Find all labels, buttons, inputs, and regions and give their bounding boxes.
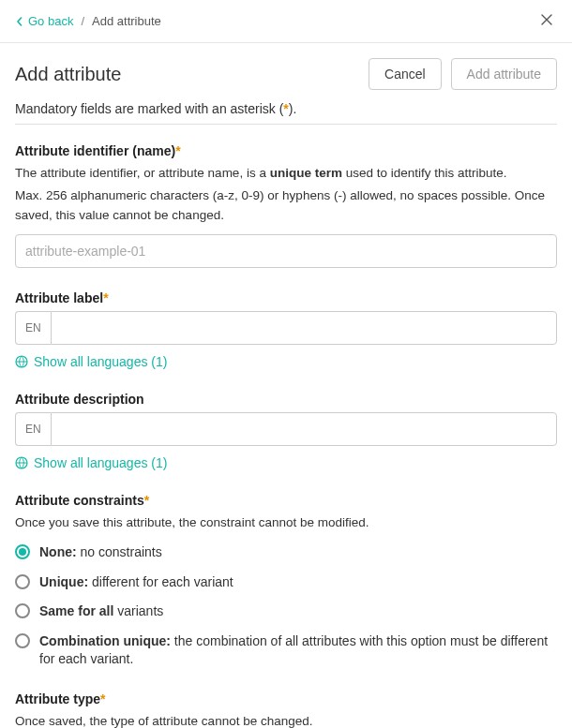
description-section: Attribute description EN Show all langua… xyxy=(15,392,557,470)
asterisk-icon: * xyxy=(175,143,180,158)
description-label: Attribute description xyxy=(15,392,557,407)
constraints-label-text: Attribute constraints xyxy=(15,493,144,508)
constraints-radio-group: None: no constraintsUnique: different fo… xyxy=(15,543,557,669)
globe-icon xyxy=(15,456,28,469)
identifier-label-text: Attribute identifier (name) xyxy=(15,143,175,158)
identifier-label: Attribute identifier (name)* xyxy=(15,143,557,158)
constraint-option-3[interactable]: Combination unique: the combination of a… xyxy=(15,632,557,669)
constraints-section: Attribute constraints* Once you save thi… xyxy=(15,493,557,669)
label-input-row: EN xyxy=(15,311,557,345)
description-input-row: EN xyxy=(15,412,557,446)
mandatory-suffix: ). xyxy=(289,101,297,116)
label-section: Attribute label* EN Show all languages (… xyxy=(15,290,557,369)
label-show-all-languages[interactable]: Show all languages (1) xyxy=(15,354,557,369)
identifier-section: Attribute identifier (name)* The attribu… xyxy=(15,143,557,268)
constraints-desc: Once you save this attribute, the constr… xyxy=(15,513,557,532)
chevron-left-icon xyxy=(15,17,24,26)
breadcrumb-current: Add attribute xyxy=(92,14,161,28)
type-label: Attribute type* xyxy=(15,691,557,706)
description-lang-badge: EN xyxy=(15,412,51,446)
radio-label: Same for all variants xyxy=(39,602,163,621)
radio-button[interactable] xyxy=(15,544,30,559)
breadcrumb-separator: / xyxy=(81,14,84,28)
label-show-all-text: Show all languages (1) xyxy=(34,354,167,369)
label-label: Attribute label* xyxy=(15,290,557,305)
label-label-text: Attribute label xyxy=(15,290,103,305)
radio-button[interactable] xyxy=(15,603,30,618)
add-attribute-button[interactable]: Add attribute xyxy=(451,58,557,90)
globe-icon xyxy=(15,355,28,368)
label-input[interactable] xyxy=(51,311,557,345)
identifier-input[interactable] xyxy=(15,234,557,268)
divider xyxy=(15,124,557,125)
radio-button[interactable] xyxy=(15,633,30,648)
type-label-text: Attribute type xyxy=(15,691,100,706)
asterisk-icon: * xyxy=(103,290,108,305)
radio-label: Unique: different for each variant xyxy=(39,573,233,592)
close-button[interactable] xyxy=(536,9,557,33)
radio-label: Combination unique: the combination of a… xyxy=(39,632,557,669)
radio-label: None: no constraints xyxy=(39,543,162,562)
description-show-all-text: Show all languages (1) xyxy=(34,455,167,470)
type-section: Attribute type* Once saved, the type of … xyxy=(15,691,557,728)
title-row: Add attribute Cancel Add attribute xyxy=(15,58,557,90)
description-input[interactable] xyxy=(51,412,557,446)
asterisk-icon: * xyxy=(100,691,105,706)
mandatory-note: Mandatory fields are marked with an aste… xyxy=(15,101,557,116)
content: Add attribute Cancel Add attribute Manda… xyxy=(0,43,572,728)
close-icon xyxy=(540,13,553,26)
constraint-option-1[interactable]: Unique: different for each variant xyxy=(15,573,557,592)
go-back-label: Go back xyxy=(28,14,73,28)
header-bar: Go back / Add attribute xyxy=(0,0,572,43)
radio-button[interactable] xyxy=(15,574,30,589)
constraints-label: Attribute constraints* xyxy=(15,493,557,508)
asterisk-icon: * xyxy=(144,493,149,508)
constraint-option-2[interactable]: Same for all variants xyxy=(15,602,557,621)
identifier-desc2: Max. 256 alphanumeric characters (a-z, 0… xyxy=(15,186,557,225)
identifier-desc-prefix: The attribute identifier, or attribute n… xyxy=(15,166,270,180)
constraint-option-0[interactable]: None: no constraints xyxy=(15,543,557,562)
identifier-desc-bold: unique term xyxy=(270,166,342,180)
button-row: Cancel Add attribute xyxy=(369,58,557,90)
type-desc: Once saved, the type of attribute cannot… xyxy=(15,712,557,728)
label-lang-badge: EN xyxy=(15,311,51,345)
description-show-all-languages[interactable]: Show all languages (1) xyxy=(15,455,557,470)
mandatory-prefix: Mandatory fields are marked with an aste… xyxy=(15,101,283,116)
page-title: Add attribute xyxy=(15,64,121,85)
identifier-desc-suffix: used to identify this attribute. xyxy=(342,166,507,180)
go-back-link[interactable]: Go back xyxy=(15,14,73,28)
identifier-desc: The attribute identifier, or attribute n… xyxy=(15,164,557,183)
cancel-button[interactable]: Cancel xyxy=(369,58,442,90)
breadcrumb: Go back / Add attribute xyxy=(15,14,161,28)
